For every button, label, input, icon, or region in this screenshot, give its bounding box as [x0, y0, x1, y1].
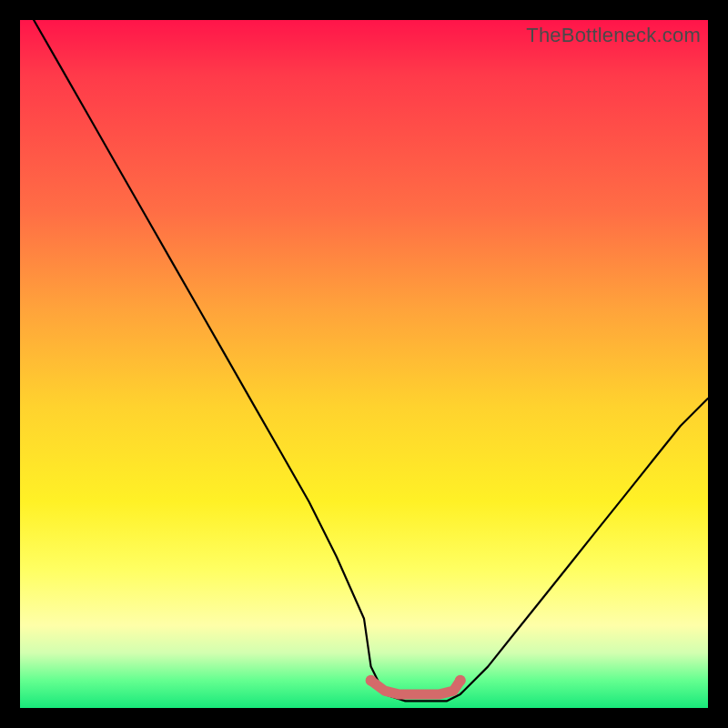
bottleneck-curve-path [34, 20, 708, 701]
curve-layer [20, 20, 708, 708]
watermark-text: TheBottleneck.com [526, 24, 701, 47]
chart-frame: TheBottleneck.com [0, 0, 728, 728]
band-start-dot [366, 675, 377, 686]
plot-area: TheBottleneck.com [20, 20, 708, 708]
bottom-band-path [371, 681, 460, 694]
band-end-dot [455, 675, 466, 686]
